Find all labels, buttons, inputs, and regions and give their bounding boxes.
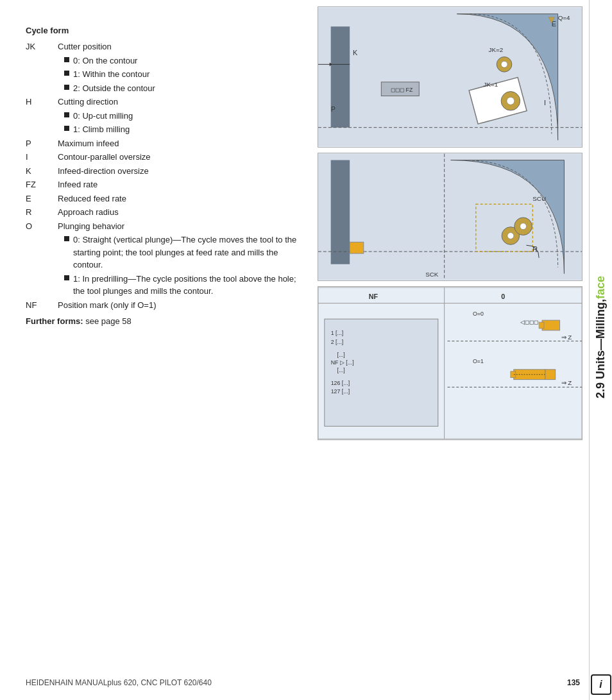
bullet-text-h-1: 1: Climb milling bbox=[73, 123, 302, 136]
param-val-o: Plunging behavior bbox=[58, 220, 302, 233]
svg-text:⇒ Z: ⇒ Z bbox=[561, 379, 572, 386]
svg-point-12 bbox=[501, 61, 507, 67]
param-key-k: K bbox=[26, 165, 58, 178]
param-val-r: Approach radius bbox=[58, 206, 302, 219]
bullet-text-o-1: 1: In predrilling—The cycle positions th… bbox=[73, 273, 302, 298]
svg-text:[...]: [...] bbox=[337, 352, 344, 358]
footer-left: HEIDENHAIN MANUALplus 620, CNC PILOT 620… bbox=[26, 678, 212, 687]
bullet-text-jk-2: 2: Outside the contour bbox=[73, 82, 302, 95]
param-row-fz: FZ Infeed rate bbox=[26, 178, 302, 191]
svg-text:0: 0 bbox=[501, 293, 505, 300]
bullet-h-0: 0: Up-cut milling bbox=[64, 110, 302, 123]
bullet-jk-0: 0: On the contour bbox=[64, 55, 302, 67]
svg-text:O=1: O=1 bbox=[473, 358, 484, 364]
param-row-e: E Reduced feed rate bbox=[26, 192, 302, 205]
bullet-text-jk-0: 0: On the contour bbox=[73, 55, 302, 67]
bullet-icon-2 bbox=[64, 85, 69, 90]
param-val-nf: Position mark (only if O=1) bbox=[58, 299, 302, 312]
bullet-icon-h1 bbox=[64, 126, 69, 131]
param-key-nf: NF bbox=[26, 299, 58, 312]
svg-rect-21 bbox=[331, 160, 350, 264]
section-title: Cycle form bbox=[26, 26, 302, 35]
diagram-top-svg: Q=4 K P ◻◻◻ FZ bbox=[318, 7, 582, 147]
svg-text:SCU: SCU bbox=[532, 195, 546, 202]
svg-text:126 [...]: 126 [...] bbox=[331, 380, 350, 386]
further-forms-label: Further forms: bbox=[26, 316, 83, 326]
param-key-r: R bbox=[26, 206, 58, 219]
diagram-top: Q=4 K P ◻◻◻ FZ bbox=[318, 6, 582, 148]
param-key-fz: FZ bbox=[26, 178, 58, 191]
param-val-k: Infeed-direction oversize bbox=[58, 165, 302, 178]
bullet-o-0: 0: Straight (vertical plunge)—The cycle … bbox=[64, 234, 302, 271]
param-val-p: Maximum infeed bbox=[58, 137, 302, 150]
param-key-i: I bbox=[26, 151, 58, 164]
svg-text:K: K bbox=[353, 49, 358, 56]
bullet-icon-0 bbox=[64, 57, 69, 62]
sidebar: 2.9 Units—Milling, face i bbox=[589, 0, 612, 700]
svg-text:◻◻◻ FZ: ◻◻◻ FZ bbox=[391, 87, 413, 93]
svg-text:1   [...]: 1 [...] bbox=[331, 330, 344, 336]
bullet-jk-1: 1: Within the contour bbox=[64, 68, 302, 81]
svg-rect-24 bbox=[350, 242, 364, 253]
further-forms: Further forms: see page 58 bbox=[26, 316, 302, 326]
bullet-jk-2: 2: Outside the contour bbox=[64, 82, 302, 95]
param-val-e: Reduced feed rate bbox=[58, 192, 302, 205]
param-key-h: H bbox=[26, 96, 58, 108]
param-row-i: I Contour-parallel oversize bbox=[26, 151, 302, 164]
svg-point-16 bbox=[507, 97, 514, 105]
diagram-mid-svg: SCK SCU R bbox=[318, 153, 582, 280]
param-val-h: Cutting direction bbox=[58, 96, 302, 108]
param-row-p: P Maximum infeed bbox=[26, 137, 302, 150]
svg-text:O=0: O=0 bbox=[473, 311, 484, 317]
svg-text:R: R bbox=[532, 245, 538, 253]
sidebar-highlight: face bbox=[594, 276, 608, 299]
main-content: Cycle form JK Cutter position 0: On the … bbox=[0, 0, 589, 700]
svg-rect-49 bbox=[542, 320, 560, 330]
svg-text:Q=4: Q=4 bbox=[558, 15, 570, 22]
bullet-icon-o0 bbox=[64, 236, 69, 241]
svg-text:NF: NF bbox=[369, 293, 378, 300]
bullet-icon-o1 bbox=[64, 275, 69, 280]
right-column: Q=4 K P ◻◻◻ FZ bbox=[314, 0, 589, 700]
param-key-o: O bbox=[26, 220, 58, 233]
param-val-i: Contour-parallel oversize bbox=[58, 151, 302, 164]
info-icon: i bbox=[591, 674, 611, 695]
param-val-fz: Infeed rate bbox=[58, 178, 302, 191]
svg-text:P: P bbox=[331, 105, 336, 113]
param-key-p: P bbox=[26, 137, 58, 150]
left-column: Cycle form JK Cutter position 0: On the … bbox=[0, 0, 314, 700]
svg-text:JK=2: JK=2 bbox=[488, 46, 503, 53]
svg-text:◁◻◻◻: ◁◻◻◻ bbox=[520, 319, 538, 325]
bullet-o-1: 1: In predrilling—The cycle positions th… bbox=[64, 273, 302, 298]
param-table: JK Cutter position 0: On the contour 1: … bbox=[26, 40, 302, 311]
svg-text:2   [...]: 2 [...] bbox=[331, 339, 344, 345]
svg-text:SCK: SCK bbox=[425, 271, 439, 278]
svg-text:[...]: [...] bbox=[337, 367, 344, 373]
param-val-jk: Cutter position bbox=[58, 40, 302, 53]
footer-text: HEIDENHAIN MANUALplus 620, CNC PILOT 620… bbox=[26, 678, 212, 687]
param-row-nf: NF Position mark (only if O=1) bbox=[26, 299, 302, 312]
page-number: 135 bbox=[567, 678, 580, 687]
param-row-o: O Plunging behavior bbox=[26, 220, 302, 233]
diagram-bot-svg: NF 0 1 [...] 2 [...] [...] NF ▷ [...] [.… bbox=[318, 287, 582, 440]
svg-text:⇒ Z: ⇒ Z bbox=[561, 334, 572, 341]
param-row-jk: JK Cutter position bbox=[26, 40, 302, 53]
svg-point-31 bbox=[520, 223, 527, 230]
footer-page: 135 bbox=[567, 678, 580, 687]
further-forms-ref: see page 58 bbox=[85, 316, 132, 326]
svg-point-29 bbox=[507, 233, 514, 239]
bullet-icon-1 bbox=[64, 71, 69, 76]
bullet-icon-h0 bbox=[64, 112, 69, 117]
param-key-jk: JK bbox=[26, 40, 58, 53]
info-letter: i bbox=[599, 679, 602, 690]
svg-rect-57 bbox=[545, 370, 556, 380]
bullet-text-o-0: 0: Straight (vertical plunge)—The cycle … bbox=[73, 234, 302, 271]
svg-text:I: I bbox=[544, 99, 546, 107]
param-key-e: E bbox=[26, 192, 58, 205]
svg-rect-50 bbox=[539, 322, 544, 329]
param-row-r: R Approach radius bbox=[26, 206, 302, 219]
bullet-text-jk-1: 1: Within the contour bbox=[73, 68, 302, 81]
diagram-mid: SCK SCU R bbox=[318, 153, 582, 281]
param-row-k: K Infeed-direction oversize bbox=[26, 165, 302, 178]
bullet-text-h-0: 0: Up-cut milling bbox=[73, 110, 302, 123]
